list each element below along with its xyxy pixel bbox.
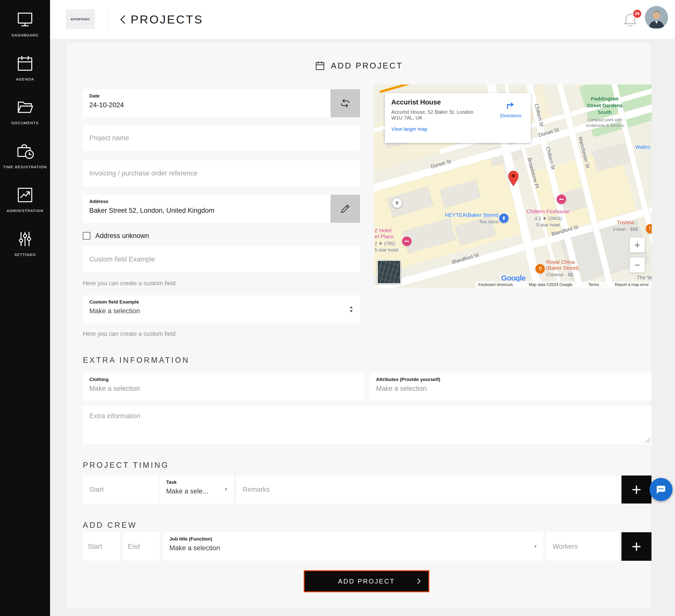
heytea-icon[interactable] xyxy=(499,213,509,224)
custom-field-input[interactable] xyxy=(83,246,360,272)
custom-field-select[interactable]: Custom field Example Make a selection xyxy=(83,295,360,323)
add-project-card: ADD PROJECT Date 24-10-2024 xyxy=(66,42,652,608)
keyboard-shortcuts-link[interactable]: Keyboard shortcuts xyxy=(478,282,513,287)
crew-start-input[interactable] xyxy=(83,532,120,561)
project-timing-heading: PROJECT TIMING xyxy=(83,461,169,470)
poi-waitrose[interactable]: Waitro xyxy=(635,144,650,150)
directions-arrow-icon xyxy=(505,100,516,110)
sidebar-item-time-registration[interactable]: TIME REGISTRATION xyxy=(0,142,50,170)
chat-widget-button[interactable] xyxy=(650,478,673,501)
avatar[interactable] xyxy=(645,6,668,29)
invoice-reference-input[interactable] xyxy=(83,160,360,186)
avatar-photo xyxy=(645,6,668,29)
crew-start-field xyxy=(83,532,120,561)
poi-the-w[interactable]: The W xyxy=(637,274,652,280)
poi-chiltern-firehouse[interactable]: Chiltern Firehouse 4.2 ★ (2803) 5-star h… xyxy=(526,208,571,228)
timing-start-field xyxy=(83,475,158,504)
timing-task-select[interactable]: Task Make a sele... ▼ xyxy=(160,475,234,504)
address-unknown-row: Address unknown xyxy=(83,230,149,242)
extra-information-field xyxy=(83,406,652,444)
sidebar-item-documents[interactable]: DOCUMENTS xyxy=(0,98,50,126)
custom-select-help: Here you can create a custom field xyxy=(83,330,176,337)
sidebar-item-dashboard[interactable]: DASHBOARD xyxy=(0,10,50,38)
project-name-input[interactable] xyxy=(83,125,360,151)
address-value: Baker Street 52, London, United Kingdom xyxy=(89,207,324,214)
header-divider xyxy=(107,10,107,29)
restaurant-icon[interactable] xyxy=(535,264,545,274)
sliders-icon xyxy=(15,230,34,249)
calendar-icon xyxy=(314,60,325,71)
timing-start-input[interactable] xyxy=(83,475,158,504)
briefcase-clock-icon xyxy=(15,142,34,161)
extra-information-heading: EXTRA INFORMATION xyxy=(83,356,190,365)
map-embed[interactable]: Dorset St Dorset St Chiltern St Chiltern… xyxy=(374,85,652,288)
logo-text: ENTERTAINIZ xyxy=(71,18,90,21)
hotel-icon[interactable] xyxy=(401,236,412,247)
calendar-icon xyxy=(15,54,34,73)
clothing-select[interactable]: Clothing Make a selection xyxy=(83,373,364,400)
repeat-icon xyxy=(340,97,351,109)
date-repeat-button[interactable] xyxy=(330,89,360,117)
restaurant-icon[interactable] xyxy=(645,224,652,234)
poi-z-hotel[interactable]: Z Hotel er Place 2 ★ (785) 5-star hotel xyxy=(375,228,398,253)
custom-select-value: Make a selection xyxy=(89,307,354,315)
task-label: Task xyxy=(166,479,227,485)
address-unknown-checkbox[interactable] xyxy=(83,232,90,240)
terms-link[interactable]: Terms xyxy=(588,282,599,287)
caret-down-icon: ▼ xyxy=(533,544,537,549)
add-crew-row-button[interactable]: + xyxy=(621,532,652,561)
app-logo[interactable]: ENTERTAINIZ xyxy=(66,9,95,29)
invoice-field xyxy=(83,160,360,186)
map-footer: Keyboard shortcuts Map data ©2024 Google… xyxy=(475,281,652,288)
back-chevron-icon[interactable] xyxy=(119,13,128,25)
add-timing-row-button[interactable]: + xyxy=(621,475,652,504)
satellite-view-thumbnail[interactable] xyxy=(377,260,401,284)
map-data-attribution: Map data ©2024 Google xyxy=(529,282,573,287)
extra-information-textarea[interactable] xyxy=(83,406,652,444)
address-edit-button[interactable] xyxy=(330,195,360,223)
directions-button[interactable]: Directions xyxy=(499,100,522,118)
timing-remarks-input[interactable] xyxy=(236,475,621,504)
address-field[interactable]: Address Baker Street 52, London, United … xyxy=(83,195,360,223)
date-field[interactable]: Date 24-10-2024 xyxy=(83,89,360,117)
attributes-value: Make a selection xyxy=(376,385,645,392)
page-title: PROJECTS xyxy=(131,12,203,26)
report-map-error-link[interactable]: Report a map error xyxy=(615,282,649,287)
poi-trishna[interactable]: Trishna Indian · $$$ xyxy=(609,219,642,232)
hotel-icon[interactable] xyxy=(556,194,567,204)
park-label[interactable]: Paddington Street Gardens South Compact … xyxy=(577,95,632,128)
add-crew-heading: ADD CREW xyxy=(83,521,137,530)
monitor-icon xyxy=(15,10,34,29)
sidebar-item-agenda[interactable]: AGENDA xyxy=(0,54,50,83)
crew-workers-input[interactable] xyxy=(546,532,619,561)
main-content: ADD PROJECT Date 24-10-2024 xyxy=(50,39,675,616)
map-pin-icon[interactable] xyxy=(508,171,519,186)
zoom-in-button[interactable]: + xyxy=(630,238,645,253)
add-project-submit-button[interactable]: ADD PROJECT xyxy=(304,570,429,592)
chevron-right-icon xyxy=(415,577,423,585)
map-info-card: Accurist House Accurist House, 52 Baker … xyxy=(385,93,531,143)
card-heading-text: ADD PROJECT xyxy=(331,61,403,71)
up-down-arrows-icon xyxy=(348,305,355,313)
address-label: Address xyxy=(89,199,324,204)
crew-end-input[interactable] xyxy=(123,532,160,561)
google-logo[interactable]: Google xyxy=(501,274,525,282)
attributes-select[interactable]: Attributes (Provide yourself) Make a sel… xyxy=(370,373,652,400)
transit-icon[interactable] xyxy=(392,198,402,208)
poi-heytea[interactable]: HEYTEA(Baker Street) Tea store xyxy=(429,212,499,225)
sidebar-item-settings[interactable]: SETTINGS xyxy=(0,230,50,258)
attributes-label: Attributes (Provide yourself) xyxy=(376,377,645,382)
zoom-out-button[interactable]: − xyxy=(630,258,645,272)
crew-job-title-select[interactable]: Job title (Function) Make a selection ▼ xyxy=(163,532,543,561)
crew-end-field xyxy=(123,532,160,561)
chat-bubble-icon xyxy=(655,483,667,496)
pencil-icon xyxy=(340,203,351,214)
folder-icon xyxy=(15,98,34,117)
sidebar-item-administration[interactable]: ADMINISTRATION xyxy=(0,185,50,214)
view-larger-map-link[interactable]: View larger map xyxy=(391,126,524,132)
notification-badge: 26 xyxy=(632,9,642,18)
task-value: Make a sele... xyxy=(166,488,227,495)
topbar: ENTERTAINIZ PROJECTS 26 xyxy=(50,0,675,39)
poi-royal-china[interactable]: Royal China (Baker Street) Chinese · $$ xyxy=(546,259,579,277)
address-unknown-label: Address unknown xyxy=(95,232,149,240)
